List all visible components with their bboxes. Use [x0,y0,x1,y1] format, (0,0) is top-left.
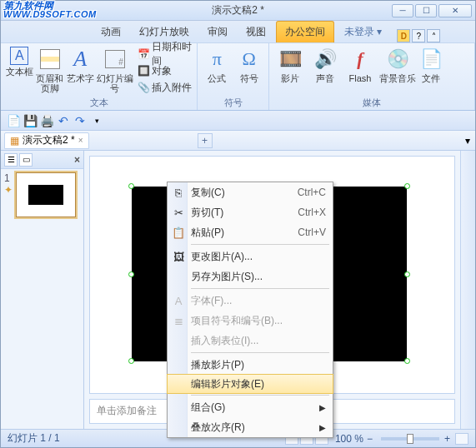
quick-access-toolbar: 📄 💾 🖨️ ↶ ↷ ▾ [1,111,475,131]
scissors-icon: ✂ [172,206,185,219]
date-time-button[interactable]: 📅日期和时间 [138,47,193,62]
zoom-slider[interactable] [381,437,439,441]
sound-button[interactable]: 🔊声音 [308,45,343,83]
context-menu: ⎘复制(C)Ctrl+C ✂剪切(T)Ctrl+X 📋粘贴(P)Ctrl+V 🖼… [167,182,333,438]
picture-icon: 🖼 [172,250,185,263]
speaker-icon: 🔊 [313,47,338,72]
zoom-in-icon[interactable]: + [444,433,450,445]
undo-icon[interactable]: ↶ [56,113,71,128]
document-tab-label: 演示文稿2 * [23,133,75,147]
app-icon-d[interactable]: D [397,29,410,42]
slide-counter: 幻灯片 1 / 1 [8,431,60,446]
submenu-arrow-icon: ▶ [319,403,326,412]
bg-music-button[interactable]: 💿背景音乐 [378,45,418,83]
resize-handle[interactable] [404,271,410,277]
presentation-icon: ▦ [10,135,19,147]
header-footer-icon [38,47,63,72]
file-icon: 📄 [418,47,443,72]
redo-icon[interactable]: ↷ [73,113,88,128]
ctx-save-as-picture[interactable]: 另存为图片(S)... [168,266,333,286]
resize-handle[interactable] [128,183,134,189]
vertical-scrollbar[interactable] [460,151,475,429]
maximize-button[interactable]: ☐ [415,4,437,17]
group-label-symbol: 符号 [201,97,265,110]
animation-indicator-icon: ✦ [4,184,13,196]
ctx-paste[interactable]: 📋粘贴(P)Ctrl+V [168,222,333,242]
help-icon[interactable]: ? [412,29,425,42]
ribbon-collapse-icon[interactable]: ˄ [427,29,440,42]
ctx-group[interactable]: 组合(G)▶ [168,397,333,417]
attachment-icon: 📎 [138,82,149,93]
qat-dropdown-icon[interactable]: ▾ [89,113,104,128]
resize-handle[interactable] [128,358,134,364]
file-button[interactable]: 📄文件 [418,45,444,83]
save-icon[interactable]: 💾 [23,113,38,128]
ctx-copy[interactable]: ⎘复制(C)Ctrl+C [168,182,333,202]
group-label-media: 媒体 [273,97,471,110]
textbox-icon: A [10,47,28,65]
font-icon: A [172,294,185,307]
pi-icon: π [204,47,229,72]
slide-number-icon: # [103,47,128,72]
watermark-logo: 第九软件网 WWW.D9SOFT.COM [3,2,97,19]
tab-animation[interactable]: 动画 [93,22,129,42]
zoom-out-icon[interactable]: − [367,433,373,445]
print-icon[interactable]: 🖨️ [39,113,54,128]
slide-panel: ☰ ▭ × 1✦ [1,151,84,429]
ctx-font: A字体(F)... [168,291,333,311]
document-tabs: ▦ 演示文稿2 * × + ▾ [1,131,475,151]
movie-icon: 🎞️ [278,47,303,72]
resize-handle[interactable] [404,358,410,364]
omega-icon: Ω [237,47,262,72]
minimize-button[interactable]: ─ [392,4,413,17]
copy-icon: ⎘ [172,186,185,199]
bullets-icon: ≣ [172,314,185,327]
fit-view-icon[interactable] [455,433,468,445]
panel-close-icon[interactable]: × [74,154,80,166]
outline-view-icon[interactable]: ☰ [4,153,18,167]
document-tab[interactable]: ▦ 演示文稿2 * × [4,132,89,149]
header-footer-button[interactable]: 页眉和页脚 [34,45,64,93]
movie-button[interactable]: 🎞️影片 [273,45,308,83]
wordart-button[interactable]: A艺术字 [65,45,95,83]
ctx-play-movie[interactable]: 播放影片(P) [168,355,333,375]
music-disc-icon: 💿 [385,47,410,72]
ctx-order[interactable]: 叠放次序(R)▶ [168,417,333,437]
ribbon-tabs: 动画 幻灯片放映 审阅 视图 办公空间 未登录 ▾ D ? ˄ [1,21,475,42]
tab-view[interactable]: 视图 [238,22,274,42]
resize-handle[interactable] [128,271,134,277]
ribbon: A文本框 页眉和页脚 A艺术字 #幻灯片编号 📅日期和时间 🔲对象 📎插入附件 … [1,42,475,111]
login-menu[interactable]: 未登录 ▾ [336,22,390,42]
ctx-edit-movie-object[interactable]: 编辑影片对象(E) [167,374,333,394]
object-icon: 🔲 [138,65,149,77]
add-tab-button[interactable]: + [198,133,213,148]
ctx-tab-stop: 插入制表位(I)... [168,331,333,351]
slide-thumbnail[interactable] [16,172,76,217]
flash-button[interactable]: fFlash [343,45,378,83]
slide-view-icon[interactable]: ▭ [19,153,33,167]
new-icon[interactable]: 📄 [6,113,21,128]
thumb-number: 1 [4,172,10,184]
window-title: 演示文稿2 * [212,3,264,17]
tab-review[interactable]: 审阅 [199,22,236,42]
tabs-menu-icon[interactable]: ▾ [465,135,470,147]
ctx-change-picture[interactable]: 🖼更改图片(A)... [168,246,333,266]
ctx-cut[interactable]: ✂剪切(T)Ctrl+X [168,202,333,222]
calendar-icon: 📅 [138,48,149,60]
tab-close-icon[interactable]: × [78,136,83,145]
clipboard-icon: 📋 [172,226,185,239]
resize-handle[interactable] [404,183,410,189]
close-button[interactable]: ✕ [438,4,472,17]
object-button[interactable]: 🔲对象 [138,63,193,78]
slide-number-button[interactable]: #幻灯片编号 [95,45,134,93]
symbol-button[interactable]: Ω符号 [233,45,266,83]
tab-office-space[interactable]: 办公空间 [276,21,334,42]
zoom-label: 100 % [335,433,363,445]
formula-button[interactable]: π公式 [201,45,233,83]
textbox-button[interactable]: A文本框 [4,45,34,77]
flash-icon: f [348,47,373,72]
ctx-bullets: ≣项目符号和编号(B)... [168,311,333,331]
insert-attachment-button[interactable]: 📎插入附件 [138,80,193,95]
group-label-text: 文本 [4,97,193,110]
wordart-icon: A [68,47,93,72]
